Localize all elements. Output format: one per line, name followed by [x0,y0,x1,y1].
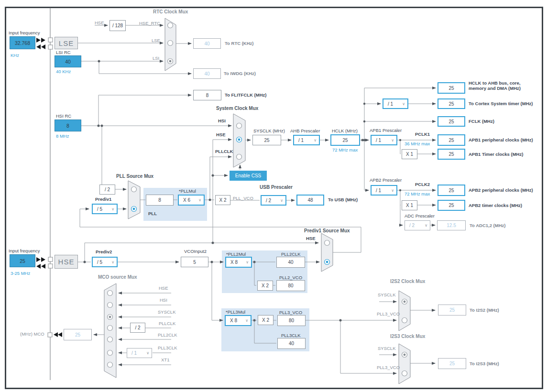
prediv2-value: / 5 [97,260,102,265]
hsi-frequency-field[interactable]: 8 [55,120,81,131]
hclk-max-label: 72 MHz max [332,147,358,152]
radio-i2s2-pll3vco[interactable] [402,318,407,323]
hsi-rc-label: HSI RC [56,113,71,119]
pll-x2-box: X 2 [215,195,230,205]
lsi-frequency-field[interactable]: 40 [55,55,81,67]
radio-rtc-lsi-dot [169,60,172,63]
radio-pllmux-hsi-div2[interactable] [131,187,137,192]
apb1-timer-label: APB1 Timer clocks (MHz) [469,152,523,157]
i2s2-clock-mux-shape [399,291,410,331]
to-rtc-value-box: 40 [193,38,221,49]
chevron-down-icon: ∨ [146,351,149,355]
radio-mco-xt1[interactable] [108,362,113,368]
radio-sys-pllclk[interactable] [237,154,242,160]
apb1-timer-value-box[interactable]: 25 [438,149,465,160]
pll3mul-dropdown[interactable]: X 8∨ [225,315,252,326]
pll-source-mux-title: PLL Source Mux [116,174,153,179]
apb2-peripheral-value-box[interactable]: 25 [438,185,465,196]
fclk-label: FCLK (MHz) [469,119,494,124]
usb-prescaler-dropdown[interactable]: / 2∨ [261,195,286,206]
apb2-timer-value-box[interactable]: 25 [438,200,465,211]
hclk-value-box[interactable]: 25 [330,134,360,146]
ahb-prescaler-dropdown[interactable]: / 1∨ [293,135,320,145]
radio-i2s2-sysclk-dot [404,301,406,303]
apb2-prescaler-dropdown[interactable]: / 1∨ [371,185,397,196]
radio-mco-pll3clk[interactable] [108,350,113,356]
hse-frequency-field[interactable]: 25 [10,254,35,267]
radio-sys-hse-dot [238,139,241,141]
mco-output-label: (MHz) MCO [20,331,44,337]
hsi-div2-box: / 2 [99,185,115,195]
apb1-prescaler-dropdown[interactable]: / 1∨ [371,135,397,145]
to-flitfclk-value-box: 8 [193,90,221,100]
hse-input-frequency-label: Input frequency [9,248,40,253]
mco-pllclk-label: PLLCLK [159,321,175,326]
lse-frequency-field[interactable]: 32.768 [10,36,35,49]
prediv2-label: Prediv2 [96,249,112,254]
pll2-x2-box: X 2 [257,281,273,291]
prediv1-value: / 5 [97,207,102,212]
radio-mco-sysclk-dot [109,316,111,318]
pllmul-label: *PLLMul [179,188,196,194]
to-adc-label: To ADC1,2 (MHz) [470,223,505,228]
cortex-timer-label: To Cortex System timer (MHz) [469,101,533,106]
i2s2-pll3vco-label: PLL3_VCO [377,311,400,316]
chevron-down-icon: ∨ [425,223,427,228]
hclk-ahb-value-box[interactable]: 25 [438,82,465,94]
radio-mco-pllclk[interactable] [108,326,113,331]
radio-mco-pll2clk[interactable] [108,337,113,342]
mco-pll3clk-div-dropdown: / 1∨ [127,348,152,358]
pll3clk-value-box: 40 [277,338,306,349]
prediv1-source-mux-title: Prediv1 Source Mux [304,228,350,233]
i2s2-clock-mux-title: I2S2 Clock Mux [390,279,425,284]
chevron-down-icon: ∨ [198,198,201,202]
pllmul-dropdown[interactable]: X 6∨ [178,195,205,206]
hse-source-box: HSE [55,255,78,269]
mco-pll3clk-label: PLL3CLK [158,345,177,350]
pll2mul-value: X 8 [230,260,238,265]
usb-prescaler-title: USB Prescaler [260,185,293,190]
apb1-max-label: 36 MHz max [405,141,430,146]
apb1-prescaler-label: APB1 Prescaler [370,128,402,133]
prediv1-dropdown[interactable]: / 5∨ [92,204,118,214]
rtc-div128-box: / 128 [109,20,126,31]
mco-pll3clk-div-value: / 1 [131,350,137,356]
mco-pllclk-div2-box: / 2 [130,323,145,333]
cortex-prescaler-value: / 1 [388,101,393,107]
prediv2-dropdown[interactable]: / 5∨ [92,257,118,267]
radio-rtc-hse-rtc[interactable] [168,23,173,28]
radio-prediv1mux-hse[interactable] [325,240,330,246]
i2s3-clock-mux-shape [399,344,410,384]
pll3-vco-label: PLL3_VCO [279,310,302,315]
pll2mul-dropdown[interactable]: X 8∨ [225,257,252,268]
ahb-prescaler-label: AHB Prescaler [290,128,320,133]
lse-input-frequency-label: Input frequency [9,30,40,35]
cortex-timer-value-box[interactable]: 25 [438,98,465,109]
adc-prescaler-value: / 2 [409,223,415,228]
radio-mco-hsi[interactable] [108,303,113,308]
chevron-down-icon: ∨ [246,260,249,264]
apb1-peripheral-value-box[interactable]: 25 [438,134,465,146]
pll2clk-value-box: 40 [276,257,305,268]
rtc-hse-signal-label: HSE [95,20,104,25]
prediv1-source-mux-shape [321,233,333,272]
cortex-prescaler-dropdown[interactable]: / 1∨ [383,98,408,109]
chevron-down-icon: ∨ [314,138,317,142]
radio-i2s3-pll3vco[interactable] [402,371,407,376]
chevron-down-icon: ∨ [391,188,394,193]
adc-prescaler-dropdown: / 2∨ [405,220,430,230]
apb2-prescaler-label: APB2 Prescaler [370,177,402,183]
hclk-ahb-label-line2: memory and DMA (MHz) [469,86,521,91]
radio-mco-hse[interactable] [108,291,113,296]
radio-rtc-lse[interactable] [168,41,173,46]
mco-sysclk-label: SYSCLK [158,309,176,315]
apb2-peripheral-label: APB2 peripheral clocks (MHz) [469,187,533,193]
to-i2s3-label: To I2S3 (MHz) [470,361,499,366]
enable-css-button[interactable]: Enable CSS [230,171,267,181]
to-usb-value-box[interactable]: 48 [296,195,324,206]
radio-sys-hsi[interactable] [237,123,242,129]
fclk-value-box[interactable]: 25 [438,116,465,127]
pclk2-label: PCLK2 [415,182,430,187]
rail-ports [36,38,62,337]
ahb-prescaler-value: / 1 [298,138,304,143]
